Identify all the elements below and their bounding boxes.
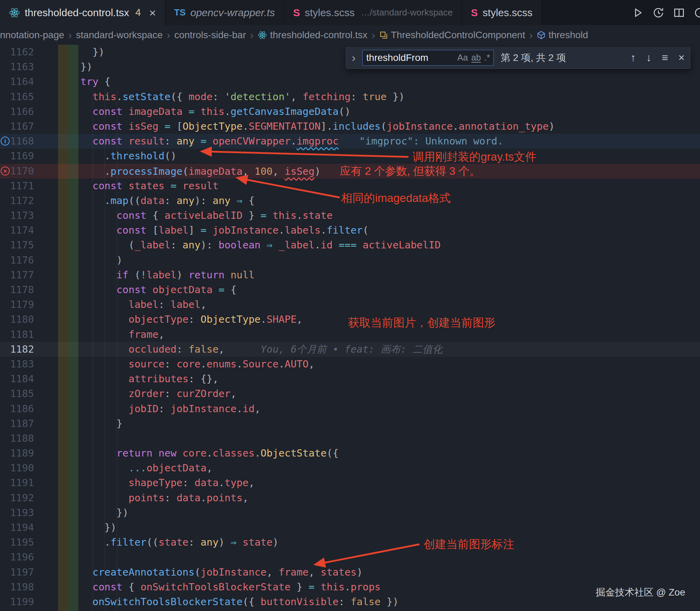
code-line-1169[interactable]: 1169 .threshold() bbox=[0, 149, 700, 163]
code-text: .map((data: any): any ⇒ { bbox=[80, 193, 254, 208]
timeline-history-icon[interactable] bbox=[653, 7, 664, 19]
code-line-1184[interactable]: 1184 attributes: {}, bbox=[0, 372, 700, 386]
tab-opencv-wrapper[interactable]: TS opencv-wrapper.ts bbox=[165, 0, 284, 25]
breadcrumb-item-file[interactable]: thresholded-control.tsx bbox=[258, 30, 367, 41]
tab-label: thresholded-control.tsx bbox=[25, 7, 129, 19]
code-text: const isSeg = [ObjectType.SEGMENTATION].… bbox=[80, 119, 555, 134]
code-text: const { activeLabelID } = this.state bbox=[80, 208, 332, 223]
code-line-1187[interactable]: 1187 } bbox=[0, 416, 700, 431]
more-actions-icon[interactable] bbox=[694, 7, 700, 19]
code-line-1189[interactable]: 1189 return new core.classes.ObjectState… bbox=[0, 446, 700, 461]
code-line-1185[interactable]: 1185 zOrder: curZOrder, bbox=[0, 386, 700, 401]
close-icon[interactable]: × bbox=[149, 7, 156, 19]
line-number: 1167 bbox=[0, 119, 34, 134]
breadcrumb-item[interactable]: standard-workspace bbox=[76, 30, 163, 41]
tab-styles-scss-1[interactable]: S styles.scss …/standard-workspace bbox=[284, 0, 462, 25]
code-line-1200[interactable]: 1200} catch (error: any) { bbox=[0, 609, 700, 611]
code-editor[interactable]: 1162 })1163})1164try {1165 this.setState… bbox=[0, 45, 700, 611]
code-text: (_label: any): boolean ⇒ _label.id === a… bbox=[80, 238, 441, 253]
line-number: 1162 bbox=[0, 45, 34, 60]
code-text: .filter((state: any) ⇒ state) bbox=[80, 535, 278, 550]
code-line-1197[interactable]: 1197 createAnnotations(jobInstance, fram… bbox=[0, 565, 700, 580]
code-line-1190[interactable]: 1190 ...objectData, bbox=[0, 461, 700, 475]
line-number: 1190 bbox=[0, 461, 34, 475]
line-number: 1169 bbox=[0, 149, 34, 163]
code-line-1198[interactable]: 1198 const { onSwitchToolsBlockerState }… bbox=[0, 580, 700, 594]
editor-actions bbox=[628, 0, 700, 25]
code-line-1186[interactable]: 1186 jobID: jobInstance.id, bbox=[0, 401, 700, 416]
spell-hint-message: "imgproc": Unknown word. bbox=[359, 135, 503, 147]
code-line-1196[interactable]: 1196 bbox=[0, 550, 700, 565]
code-line-1175[interactable]: 1175 (_label: any): boolean ⇒ _label.id … bbox=[0, 238, 700, 253]
code-line-1192[interactable]: 1192 points: data.points, bbox=[0, 491, 700, 505]
line-number: 1200 bbox=[0, 609, 34, 611]
code-text: }) bbox=[80, 60, 92, 74]
code-line-1170[interactable]: ×1170 .processImage(imageData, 100, isSe… bbox=[0, 164, 700, 179]
line-number: 1198 bbox=[0, 580, 34, 594]
next-match-icon[interactable]: ↓ bbox=[646, 52, 652, 64]
expand-replace-icon[interactable]: › bbox=[352, 51, 356, 64]
code-line-1168[interactable]: i1168 const result: any = openCVWrapper.… bbox=[0, 134, 700, 149]
code-line-1178[interactable]: 1178 const objectData = { bbox=[0, 282, 700, 297]
code-text: occluded: false,You, 6个月前 • feat: 画布: 二值… bbox=[80, 342, 442, 357]
whole-word-icon[interactable]: ab bbox=[471, 53, 481, 63]
split-editor-icon[interactable] bbox=[673, 7, 685, 19]
sass-icon: S bbox=[471, 7, 478, 19]
match-case-icon[interactable]: Aa bbox=[457, 53, 468, 63]
tab-thresholded-control[interactable]: thresholded-control.tsx 4 × bbox=[0, 0, 165, 25]
find-input[interactable] bbox=[366, 52, 454, 63]
code-line-1181[interactable]: 1181 frame, bbox=[0, 327, 700, 342]
code-line-1173[interactable]: 1173 const { activeLabelID } = this.stat… bbox=[0, 208, 700, 223]
line-number: 1187 bbox=[0, 416, 34, 431]
chevron-right-icon: › bbox=[372, 29, 375, 41]
code-line-1165[interactable]: 1165 this.setState({ mode: 'detection', … bbox=[0, 89, 700, 104]
breadcrumb-item[interactable]: controls-side-bar bbox=[174, 30, 246, 41]
line-number: 1174 bbox=[0, 223, 34, 238]
code-text: const states = result bbox=[80, 179, 219, 193]
code-text: attributes: {}, bbox=[80, 372, 219, 386]
line-number: 1183 bbox=[0, 357, 34, 372]
code-line-1176[interactable]: 1176 ) bbox=[0, 253, 700, 268]
line-number: 1196 bbox=[0, 550, 34, 565]
code-line-1171[interactable]: 1171 const states = result bbox=[0, 179, 700, 193]
code-line-1194[interactable]: 1194 }) bbox=[0, 520, 700, 535]
code-text: frame, bbox=[80, 327, 164, 342]
code-line-1167[interactable]: 1167 const isSeg = [ObjectType.SEGMENTAT… bbox=[0, 119, 700, 134]
cube-symbol-icon bbox=[537, 31, 546, 40]
code-text: shapeType: data.type, bbox=[80, 475, 254, 490]
code-line-1164[interactable]: 1164try { bbox=[0, 74, 700, 89]
line-number: 1171 bbox=[0, 179, 34, 193]
code-line-1166[interactable]: 1166 const imageData = this.getCanvasIma… bbox=[0, 104, 700, 119]
chevron-right-icon: › bbox=[250, 29, 253, 41]
code-line-1195[interactable]: 1195 .filter((state: any) ⇒ state) bbox=[0, 535, 700, 550]
line-number: 1173 bbox=[0, 208, 34, 223]
code-line-1199[interactable]: 1199 onSwitchToolsBlockerState({ buttonV… bbox=[0, 594, 700, 609]
code-lines: 1162 })1163})1164try {1165 this.setState… bbox=[0, 45, 700, 611]
code-line-1174[interactable]: 1174 const [label] = jobInstance.labels.… bbox=[0, 223, 700, 238]
run-button[interactable] bbox=[632, 7, 644, 19]
code-line-1182[interactable]: 1182 occluded: false,You, 6个月前 • feat: 画… bbox=[0, 342, 700, 357]
regex-icon[interactable]: .* bbox=[484, 53, 490, 63]
breadcrumb-item[interactable]: nnotation-page bbox=[0, 30, 64, 41]
tab-styles-scss-2[interactable]: S styles.scss bbox=[462, 0, 542, 25]
find-in-selection-icon[interactable]: ≡ bbox=[662, 52, 668, 64]
line-number: 1182 bbox=[0, 342, 34, 357]
previous-match-icon[interactable]: ↑ bbox=[631, 52, 636, 64]
code-line-1191[interactable]: 1191 shapeType: data.type, bbox=[0, 475, 700, 490]
code-line-1180[interactable]: 1180 objectType: ObjectType.SHAPE, bbox=[0, 312, 700, 327]
code-line-1183[interactable]: 1183 source: core.enums.Source.AUTO, bbox=[0, 357, 700, 372]
breadcrumb-item-symbol[interactable]: threshold bbox=[537, 30, 588, 41]
close-icon[interactable]: × bbox=[678, 52, 685, 64]
line-number: 1175 bbox=[0, 238, 34, 253]
code-text: const imageData = this.getCanvasImageDat… bbox=[80, 104, 351, 119]
tab-problems-badge: 4 bbox=[135, 7, 141, 18]
breadcrumb-item-class[interactable]: ThresholdedControlComponent bbox=[379, 30, 525, 41]
code-line-1188[interactable]: 1188 bbox=[0, 431, 700, 446]
code-line-1179[interactable]: 1179 label: label, bbox=[0, 297, 700, 312]
code-text: source: core.enums.Source.AUTO, bbox=[80, 357, 315, 372]
code-line-1172[interactable]: 1172 .map((data: any): any ⇒ { bbox=[0, 193, 700, 208]
chevron-right-icon: › bbox=[529, 29, 533, 41]
code-line-1193[interactable]: 1193 }) bbox=[0, 505, 700, 520]
code-line-1177[interactable]: 1177 if (!label) return null bbox=[0, 268, 700, 282]
line-number: 1193 bbox=[0, 505, 34, 520]
